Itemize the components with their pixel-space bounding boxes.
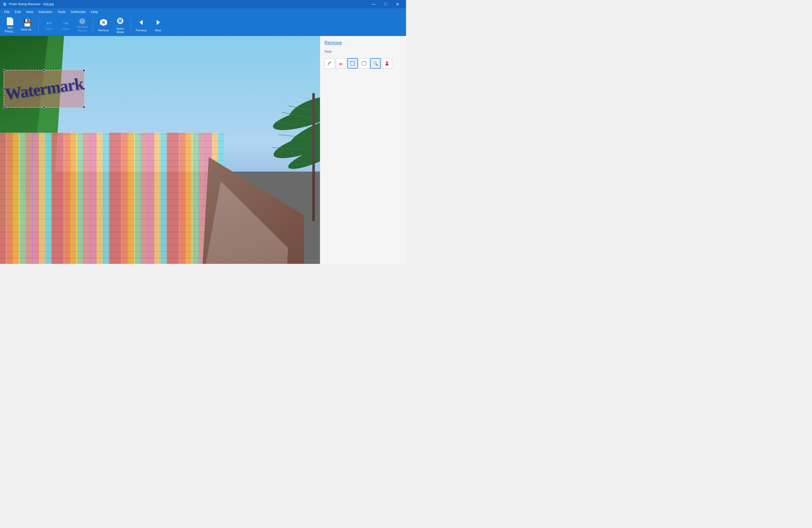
svg-line-38: [376, 61, 377, 62]
batch-mode-label: BatchMode: [117, 27, 124, 34]
handle-bottom-left[interactable]: [3, 106, 5, 108]
svg-line-37: [374, 61, 374, 62]
redo-button[interactable]: ↪ Redo: [58, 17, 74, 34]
previous-icon: [137, 18, 145, 28]
title-bar: 🖼 Photo Stamp Remover - italy.jpg — □ ✕: [0, 0, 406, 8]
modified-history-button[interactable]: 🕐 ModifiedHistory: [75, 17, 90, 34]
stamp-tool-button[interactable]: [382, 58, 392, 69]
panel-spacer: [324, 72, 402, 264]
menu-softorbits[interactable]: SoftOrbits: [68, 9, 88, 15]
undo-label: Undo: [46, 27, 53, 31]
history-label: ModifiedHistory: [77, 25, 88, 32]
add-files-icon: 📄: [5, 18, 15, 25]
menu-tools[interactable]: Tools: [55, 9, 68, 15]
svg-rect-24: [328, 61, 331, 64]
batch-mode-icon: [116, 17, 124, 26]
menu-file[interactable]: File: [2, 9, 12, 15]
tools-label: Tools: [324, 50, 402, 54]
save-as-label: Save as...: [21, 28, 34, 31]
handle-bottom-mid[interactable]: [43, 106, 45, 108]
handle-top-left[interactable]: [3, 69, 5, 71]
menu-bar: File Edit View Selection Tools SoftOrbit…: [0, 8, 406, 15]
pine-area: [224, 36, 320, 264]
watermark-text: Watermark: [4, 74, 84, 104]
pencil-tool-button[interactable]: [324, 58, 335, 69]
handle-mid-right[interactable]: [83, 88, 85, 90]
handle-top-right[interactable]: [83, 69, 85, 71]
add-files-label: AddFile(s)...: [5, 26, 15, 33]
menu-selection[interactable]: Selection: [36, 9, 55, 15]
next-label: Next: [155, 29, 161, 32]
window-title: Photo Stamp Remover - italy.jpg: [9, 2, 54, 6]
add-files-button[interactable]: 📄 AddFile(s)...: [2, 17, 18, 34]
previous-label: Previous: [136, 29, 147, 32]
window-controls: — □ ✕: [367, 0, 403, 8]
save-as-icon: 💾: [23, 19, 32, 27]
canvas-area[interactable]: Watermark: [0, 36, 320, 264]
lasso-tool-button[interactable]: [359, 58, 369, 69]
save-as-button[interactable]: 💾 Save as...: [19, 17, 36, 34]
svg-rect-41: [386, 65, 389, 65]
minimize-button[interactable]: —: [367, 0, 379, 8]
buildings-area: [0, 133, 224, 264]
next-button[interactable]: Next: [150, 17, 166, 34]
close-button[interactable]: ✕: [391, 0, 403, 8]
toolbar-separator-3: [131, 18, 131, 33]
menu-edit[interactable]: Edit: [12, 9, 23, 15]
svg-rect-40: [386, 64, 388, 65]
menu-view[interactable]: View: [23, 9, 36, 15]
rect-select-tool-button[interactable]: [347, 58, 358, 69]
svg-marker-7: [140, 20, 143, 25]
undo-button[interactable]: ↩ Undo: [41, 17, 57, 34]
batch-mode-button[interactable]: BatchMode: [112, 17, 128, 34]
right-panel: Remove Tools: [320, 36, 406, 264]
next-icon: [154, 18, 162, 28]
toolbar: 📄 AddFile(s)... 💾 Save as... ↩ Undo ↪ Re…: [0, 15, 406, 36]
svg-point-4: [119, 20, 121, 21]
main-content: Watermark Remove Tools: [0, 36, 406, 264]
svg-marker-8: [157, 20, 160, 25]
svg-point-39: [386, 61, 388, 64]
handle-mid-left[interactable]: [3, 88, 5, 90]
redo-icon: ↪: [63, 20, 68, 26]
menu-help[interactable]: Help: [88, 9, 101, 15]
history-icon: 🕐: [79, 18, 86, 24]
toolbar-separator-1: [38, 18, 39, 33]
maximize-button[interactable]: □: [379, 0, 391, 8]
redo-label: Redo: [62, 27, 69, 31]
watermark-selection[interactable]: Watermark: [4, 70, 85, 108]
undo-icon: ↩: [46, 20, 52, 26]
handle-top-mid[interactable]: [43, 69, 45, 71]
remove-icon: [100, 18, 107, 28]
remove-label: Remove: [98, 29, 109, 32]
handle-bottom-right[interactable]: [83, 106, 85, 108]
previous-button[interactable]: Previous: [133, 17, 149, 34]
panel-title: Remove: [324, 40, 402, 46]
toolbar-separator-2: [93, 18, 93, 33]
remove-button-toolbar[interactable]: Remove: [96, 17, 111, 34]
eraser-tool-button[interactable]: [336, 58, 346, 69]
app-icon: 🖼: [3, 2, 7, 6]
magic-wand-tool-button[interactable]: [370, 58, 381, 69]
tools-row: [324, 58, 402, 69]
svg-rect-30: [350, 61, 354, 65]
